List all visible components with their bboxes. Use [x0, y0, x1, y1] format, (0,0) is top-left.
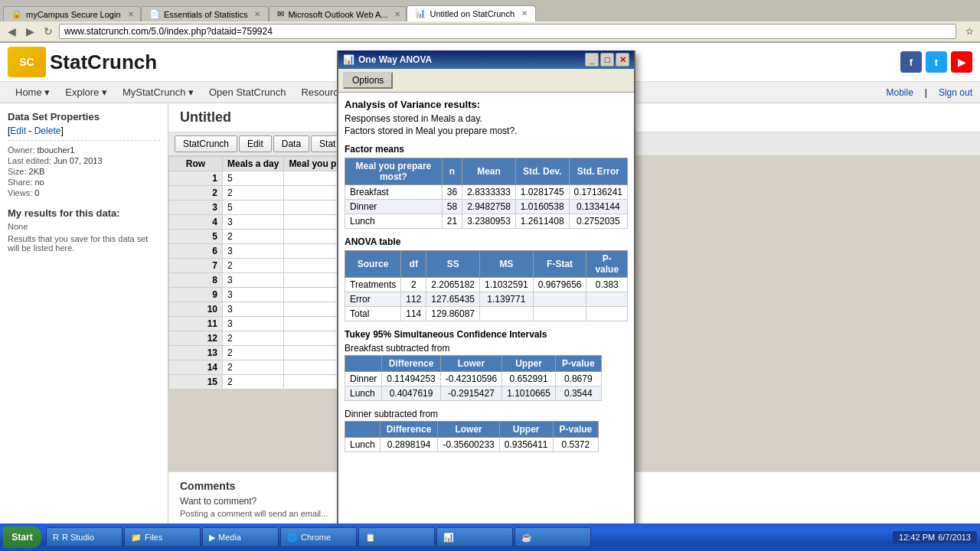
taskbar-app2[interactable]: 📋 — [358, 527, 435, 547]
back-button[interactable]: ◀ — [4, 24, 19, 39]
dialog-maximize[interactable]: □ — [600, 53, 614, 67]
dt-col-0 — [345, 422, 381, 438]
dialog-titlebar[interactable]: 📊 One Way ANOVA _ □ ✕ — [338, 51, 634, 69]
toolbar-data[interactable]: Data — [273, 135, 309, 152]
toolbar-edit[interactable]: Edit — [239, 135, 272, 152]
table-cell[interactable]: 3 — [223, 215, 284, 230]
dialog-options-button[interactable]: Options — [343, 72, 393, 89]
table-cell[interactable]: 2 — [223, 360, 284, 375]
taskbar-files-icon: 📁 — [131, 533, 142, 543]
table-cell[interactable]: 2 — [223, 186, 284, 201]
table-cell[interactable]: 2 — [223, 230, 284, 244]
fm-col-n: n — [442, 158, 462, 185]
taskbar-r[interactable]: R R Studio — [46, 527, 122, 547]
table-cell[interactable]: 13 — [169, 346, 223, 360]
dialog-minimize[interactable]: _ — [585, 53, 599, 67]
table-cell[interactable]: 2 — [169, 186, 223, 201]
table-cell: 0.383 — [586, 278, 628, 292]
dialog-close[interactable]: ✕ — [616, 53, 629, 67]
table-cell: 0.17136241 — [569, 185, 627, 200]
table-cell[interactable]: 1 — [169, 171, 223, 186]
table-cell[interactable]: 11 — [169, 317, 223, 331]
facebook-icon[interactable]: f — [900, 51, 922, 73]
table-cell[interactable]: 4 — [169, 215, 223, 230]
tab-close-mycampus[interactable]: ✕ — [128, 10, 134, 18]
sidebar-last-edited: Last edited: Jun 07, 2013 — [8, 155, 160, 166]
table-cell: 0.9356411 — [499, 438, 553, 452]
nav-mystatcrunch[interactable]: MyStatCrunch ▾ — [115, 82, 201, 103]
table-cell[interactable]: 3 — [223, 273, 284, 288]
taskbar-java[interactable]: ☕ — [514, 527, 591, 547]
table-cell[interactable]: 3 — [223, 244, 284, 259]
table-cell[interactable]: 2 — [223, 375, 284, 390]
table-cell[interactable]: 3 — [169, 201, 223, 215]
anova-data-table: Source df SS MS F-Stat P-value Treatment… — [345, 250, 628, 321]
breakfast-tukey-table: Difference Lower Upper P-value Dinner0.1… — [345, 355, 602, 401]
star-icon[interactable]: ☆ — [962, 24, 976, 38]
at-col-source: Source — [345, 251, 401, 278]
nav-home[interactable]: Home ▾ — [8, 82, 57, 103]
tab-statcrunch[interactable]: 📊 Untitled on StatCrunch ✕ — [407, 5, 536, 21]
analysis-line2: Factors stored in Meal you prepare most?… — [345, 126, 628, 136]
dialog-content[interactable]: Analysis of Variance results: Responses … — [338, 93, 634, 544]
tab-outlook[interactable]: ✉ Microsoft Outlook Web A... ✕ — [269, 6, 407, 21]
url-input[interactable] — [59, 24, 956, 39]
table-cell[interactable]: 2 — [223, 259, 284, 273]
table-cell[interactable]: 5 — [169, 230, 223, 244]
table-cell[interactable]: 3 — [223, 317, 284, 331]
tab-close-statcrunch[interactable]: ✕ — [521, 9, 528, 18]
table-cell[interactable]: 15 — [169, 375, 223, 390]
dt-col-upper: Upper — [499, 422, 553, 438]
table-cell[interactable]: 3 — [223, 288, 284, 302]
refresh-button[interactable]: ↻ — [41, 24, 56, 39]
tab-close-essentials[interactable]: ✕ — [254, 10, 260, 18]
bt-col-0 — [345, 356, 382, 372]
tab-mycampus[interactable]: 🔒 myCampus Secure Login ✕ — [3, 6, 141, 21]
twitter-icon[interactable]: t — [926, 51, 947, 73]
dataset-properties: Data Set Properties [Edit - Delete] Owne… — [8, 111, 160, 198]
sidebar-size-value: 2KB — [29, 167, 45, 176]
nav-signout[interactable]: Sign out — [939, 87, 972, 98]
table-cell: 2.9482758 — [462, 200, 516, 214]
taskbar-time: 12:42 PM — [899, 533, 935, 542]
table-cell[interactable]: 9 — [169, 288, 223, 302]
tab-essentials[interactable]: 📄 Essentials of Statistics ✕ — [141, 6, 269, 21]
list-item: Error112127.654351.139771 — [345, 292, 628, 307]
toolbar-statcrunch[interactable]: StatCrunch — [175, 135, 237, 152]
table-cell[interactable]: 14 — [169, 360, 223, 375]
my-results-value: None — [8, 222, 160, 231]
table-cell[interactable]: 10 — [169, 302, 223, 317]
table-cell[interactable]: 5 — [223, 171, 284, 186]
table-cell — [533, 292, 586, 307]
sidebar-edit-link[interactable]: Edit — [10, 126, 26, 136]
table-cell: 1.0160538 — [515, 200, 569, 214]
table-cell[interactable]: 6 — [169, 244, 223, 259]
table-cell[interactable]: 12 — [169, 331, 223, 346]
list-item: Breakfast362.83333331.02817450.17136241 — [345, 185, 628, 200]
table-cell[interactable]: 2 — [223, 346, 284, 360]
nav-explore[interactable]: Explore ▾ — [57, 82, 115, 103]
tab-close-outlook[interactable]: ✕ — [394, 10, 400, 18]
sidebar-delete-link[interactable]: Delete — [34, 126, 61, 136]
taskbar-slides[interactable]: 📊 — [436, 527, 513, 547]
taskbar-files[interactable]: 📁 Files — [124, 527, 201, 547]
sc-nav-right: Mobile | Sign out — [886, 87, 972, 98]
table-cell: 21 — [442, 214, 462, 229]
table-cell[interactable]: 3 — [223, 302, 284, 317]
col-row: Row — [169, 157, 223, 171]
forward-button[interactable]: ▶ — [22, 24, 38, 39]
youtube-icon[interactable]: ▶ — [951, 51, 972, 73]
nav-mobile[interactable]: Mobile — [886, 87, 913, 98]
nav-open[interactable]: Open StatCrunch — [201, 82, 293, 103]
table-cell[interactable]: 7 — [169, 259, 223, 273]
sidebar-views: Views: 0 — [8, 187, 160, 198]
taskbar-media[interactable]: ▶ Media — [202, 527, 279, 547]
table-cell[interactable]: 8 — [169, 273, 223, 288]
at-col-pvalue: P-value — [586, 251, 628, 278]
table-cell: -0.2915427 — [440, 386, 501, 401]
start-button[interactable]: Start — [3, 527, 41, 548]
table-cell[interactable]: 5 — [223, 201, 284, 215]
table-cell — [533, 307, 586, 321]
taskbar-chrome[interactable]: 🌐 Chrome — [280, 527, 357, 547]
table-cell[interactable]: 2 — [223, 331, 284, 346]
